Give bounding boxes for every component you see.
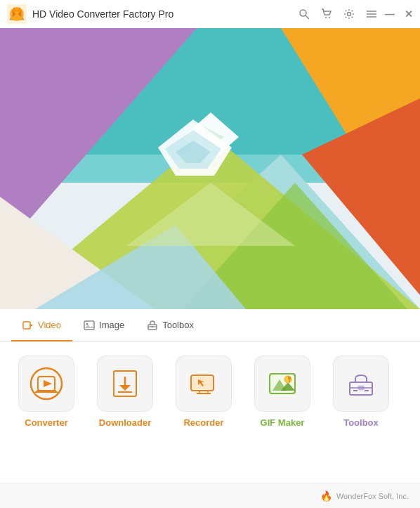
svg-marker-50 — [119, 385, 131, 391]
toolbox-tab-icon — [147, 320, 158, 331]
converter-icon-box — [18, 356, 74, 412]
minimize-button[interactable]: — — [385, 8, 395, 20]
svg-rect-36 — [84, 321, 94, 330]
svg-point-4 — [10, 7, 24, 21]
recorder-icon-box — [176, 356, 232, 412]
image-tab-icon — [84, 320, 95, 331]
svg-point-62 — [288, 377, 291, 379]
svg-point-12 — [329, 17, 330, 18]
title-bar: HD Video Converter Factory Pro — [0, 0, 420, 28]
toolbox-label: Toolbox — [343, 417, 379, 428]
title-bar-action-icons — [298, 8, 378, 20]
toolbox-icon-box — [333, 356, 389, 412]
svg-rect-47 — [52, 390, 56, 392]
svg-marker-44 — [44, 380, 52, 387]
tool-downloader[interactable]: Downloader — [90, 356, 160, 428]
svg-point-61 — [284, 376, 291, 383]
converter-label: Converter — [25, 417, 67, 428]
footer: 🔥 WonderFox Soft, Inc. — [0, 483, 420, 508]
gifmaker-label: GIF Maker — [261, 417, 305, 428]
tool-toolbox[interactable]: Toolbox — [326, 356, 396, 428]
recorder-label: Recorder — [183, 417, 223, 428]
svg-point-37 — [86, 323, 88, 325]
svg-point-9 — [300, 10, 306, 16]
tab-video-label: Video — [38, 320, 61, 330]
bottom-section: Video Image Toolbox — [0, 309, 420, 508]
footer-brand: WonderFox Soft, Inc. — [336, 492, 409, 500]
video-tab-icon — [22, 320, 34, 331]
tab-toolbox-label: Toolbox — [162, 320, 194, 330]
downloader-label: Downloader — [99, 417, 151, 428]
svg-rect-46 — [37, 390, 41, 392]
settings-icon[interactable] — [343, 8, 355, 20]
cart-icon[interactable] — [320, 8, 333, 20]
hero-banner — [0, 28, 420, 309]
tool-recorder[interactable]: Recorder — [169, 356, 239, 428]
window-controls: — ✕ — [385, 8, 413, 20]
tab-image-label: Image — [99, 320, 124, 330]
search-icon[interactable] — [298, 8, 310, 20]
svg-rect-41 — [152, 326, 154, 327]
tool-converter[interactable]: Converter — [11, 356, 81, 428]
app-title: HD Video Converter Factory Pro — [32, 8, 298, 20]
svg-rect-66 — [358, 386, 364, 390]
tab-toolbox[interactable]: Toolbox — [136, 310, 205, 341]
tool-grid: Converter Downloader — [0, 341, 420, 442]
gifmaker-icon-box — [254, 356, 310, 412]
svg-marker-35 — [30, 324, 33, 327]
tab-bar: Video Image Toolbox — [0, 309, 420, 341]
tab-video[interactable]: Video — [11, 310, 72, 341]
menu-icon[interactable] — [365, 8, 378, 20]
svg-point-11 — [325, 17, 327, 18]
svg-line-10 — [306, 15, 309, 19]
close-button[interactable]: ✕ — [405, 8, 413, 20]
tool-gifmaker[interactable]: GIF Maker — [247, 356, 317, 428]
svg-marker-38 — [85, 325, 94, 328]
downloader-icon-box — [97, 356, 153, 412]
svg-rect-53 — [192, 377, 212, 389]
app-logo — [7, 4, 27, 24]
svg-rect-34 — [23, 322, 30, 329]
tab-image[interactable]: Image — [72, 310, 136, 341]
footer-flame-icon: 🔥 — [320, 490, 332, 502]
svg-point-13 — [348, 13, 351, 16]
